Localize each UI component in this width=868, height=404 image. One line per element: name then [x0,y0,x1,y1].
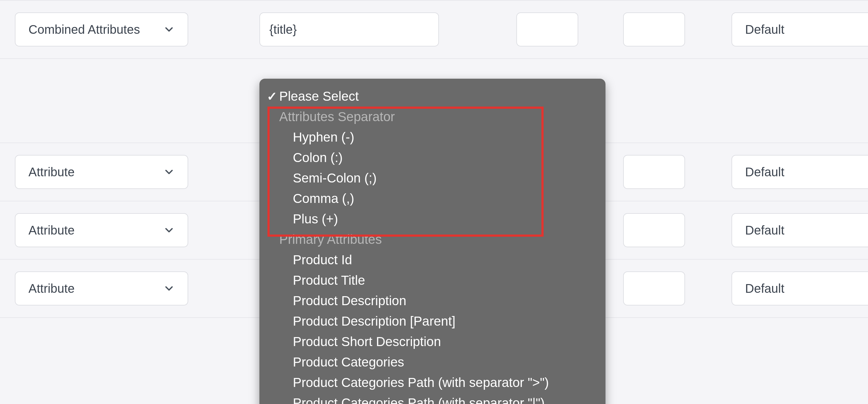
dropdown-option-hyphen[interactable]: Hyphen (-) [259,127,606,147]
dropdown-option-product-categories[interactable]: Product Categories [259,352,606,372]
input-value-text: {title} [269,23,297,36]
chevron-down-icon [162,223,177,238]
prefix-cell [516,12,578,47]
attribute-type-cell: Attribute [15,155,188,189]
dropdown-option-plus[interactable]: Plus (+) [259,209,606,229]
dropdown-option-product-categories-path-pipe[interactable]: Product Categories Path (with separator … [259,393,606,404]
chevron-down-icon [162,165,177,179]
select-label: Default [745,165,784,179]
dropdown-group-primary-attributes: Primary Attributes [259,229,606,250]
output-type-select[interactable]: Default [732,213,868,247]
chevron-down-icon [162,22,177,37]
suffix-cell [623,271,685,306]
attribute-type-select[interactable]: Combined Attributes [15,12,188,47]
mapping-row-1: Combined Attributes {title} Default [0,0,868,58]
attribute-type-cell: Combined Attributes [15,12,188,47]
dropdown-option-product-categories-path-gt[interactable]: Product Categories Path (with separator … [259,372,606,393]
select-label: Default [745,23,784,36]
select-label: Default [745,282,784,295]
select-label: Attribute [29,165,74,179]
dropdown-option-product-description[interactable]: Product Description [259,291,606,311]
row-inner: Combined Attributes {title} Default [0,1,868,58]
chevron-down-icon [162,281,177,296]
output-type-select[interactable]: Default [732,155,868,189]
option-label: Please Select [279,90,359,103]
attribute-dropdown-panel[interactable]: Please Select Attributes Separator Hyphe… [259,79,606,404]
dropdown-option-semicolon[interactable]: Semi-Colon (;) [259,168,606,189]
attribute-type-select[interactable]: Attribute [15,271,188,306]
suffix-input[interactable] [623,12,685,47]
dropdown-option-product-short-description[interactable]: Product Short Description [259,331,606,352]
dropdown-option-comma[interactable]: Comma (,) [259,189,606,209]
select-label: Combined Attributes [29,23,140,36]
dropdown-option-product-id[interactable]: Product Id [259,250,606,270]
prefix-input[interactable] [516,12,578,47]
output-type-cell: Default [732,271,868,306]
output-type-select[interactable]: Default [732,271,868,306]
suffix-input[interactable] [623,213,685,247]
suffix-cell [623,12,685,47]
suffix-cell [623,213,685,247]
output-type-select[interactable]: Default [732,12,868,47]
attribute-type-select[interactable]: Attribute [15,213,188,247]
dropdown-option-colon[interactable]: Colon (:) [259,147,606,168]
value-input[interactable]: {title} [259,12,439,47]
output-type-cell: Default [732,12,868,47]
output-type-cell: Default [732,155,868,189]
select-label: Attribute [29,282,74,295]
dropdown-option-product-title[interactable]: Product Title [259,270,606,291]
attribute-type-cell: Attribute [15,213,188,247]
attribute-type-select[interactable]: Attribute [15,155,188,189]
attribute-type-cell: Attribute [15,271,188,306]
suffix-input[interactable] [623,271,685,306]
dropdown-option-please-select[interactable]: Please Select [259,86,606,107]
dropdown-group-attributes-separator: Attributes Separator [259,107,606,127]
suffix-cell [623,155,685,189]
value-cell: {title} [259,12,439,47]
suffix-input[interactable] [623,155,685,189]
select-label: Attribute [29,223,74,237]
dropdown-option-product-description-parent[interactable]: Product Description [Parent] [259,311,606,331]
select-label: Default [745,223,784,237]
output-type-cell: Default [732,213,868,247]
